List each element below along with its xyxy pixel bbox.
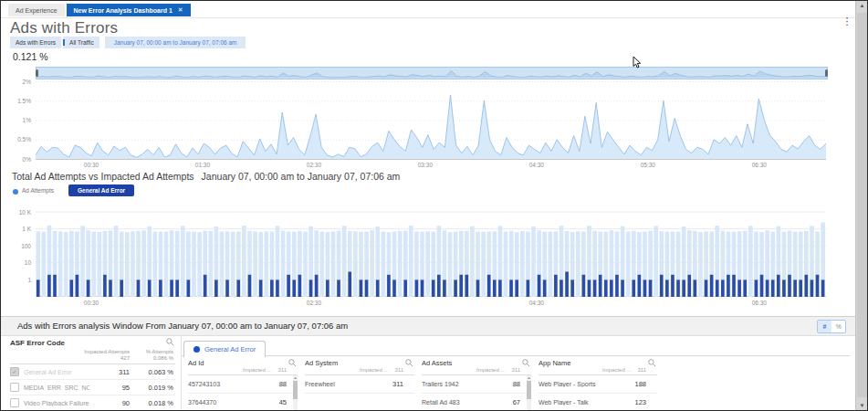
- cell-label: 37644370: [188, 399, 279, 406]
- asf-error-row[interactable]: ✓General Ad Error3110.063 %: [10, 364, 175, 380]
- error-code-label: Video Playback Failure: [24, 400, 89, 406]
- cell-value: 123: [634, 398, 646, 406]
- table-row[interactable]: Retail Ad 48367: [422, 394, 531, 411]
- area-xtick-label: 05:30: [637, 162, 659, 168]
- brush-minichart: [37, 68, 827, 79]
- asf-error-code-panel: ASF Error Code Impacted Attempts % Attem…: [10, 337, 175, 411]
- error-code-label: General Ad Error: [24, 369, 89, 375]
- impacted-header: Impacted …: [476, 367, 506, 373]
- impacted-value: 90: [89, 399, 130, 407]
- column-header: Ad System: [305, 359, 414, 367]
- cell-value: 88: [513, 380, 520, 388]
- section-title-main: Total Ad Attempts vs Impacted Ad Attempt…: [12, 171, 194, 182]
- pct-attempts-total: 0.086 %: [130, 355, 175, 362]
- row-checkbox[interactable]: [10, 383, 19, 392]
- impacted-total: 311: [511, 367, 520, 373]
- column-ad-assets: Ad AssetsImpacted …311Trailers 194288Ret…: [422, 359, 531, 411]
- cell-label: Trailers 1942: [422, 381, 513, 387]
- asf-error-row[interactable]: MEDIA_ERR_SRC_NOT_SUP...950.019 %: [10, 380, 175, 395]
- error-code-label: MEDIA_ERR_SRC_NOT_SUP...: [24, 385, 89, 391]
- tab-dashboard[interactable]: New Error Analysis Dashboard 1 ✕: [67, 4, 191, 16]
- bar-ytick-label: 1: [4, 277, 31, 283]
- area-ytick-label: 0%: [4, 156, 31, 163]
- asf-error-row[interactable]: Video Playback Failure900.018 %: [10, 395, 175, 411]
- bar-ytick-label: 100: [4, 243, 31, 249]
- general-ad-error-button[interactable]: General Ad Error: [68, 184, 134, 196]
- search-icon[interactable]: [405, 359, 413, 367]
- table-row[interactable]: Web Player - Sports188: [539, 375, 657, 394]
- column-app-name: App NameImpacted …311Web Player - Sports…: [539, 359, 657, 411]
- column-row-list: Trailers 194288Retail Ad 48367: [422, 375, 531, 411]
- cell-label: Freewheel: [305, 381, 392, 387]
- percent-toggle-button[interactable]: %: [831, 321, 845, 332]
- pct-value: 0.019 %: [130, 384, 175, 392]
- column-ad-system: Ad SystemImpacted …311Freewheel311: [305, 359, 414, 411]
- tab-ad-experience[interactable]: Ad Experience: [8, 4, 65, 16]
- tabbar-divider: [1, 17, 855, 18]
- cell-value: 88: [279, 380, 287, 388]
- area-xtick-label: 03:30: [414, 162, 436, 168]
- bar-ytick-label: 10: [4, 259, 31, 266]
- time-brush[interactable]: [36, 67, 828, 79]
- search-icon[interactable]: [166, 338, 174, 346]
- table-row[interactable]: Freewheel311: [305, 375, 414, 394]
- column-ad-id: Ad IdImpacted …311457243103883764437045▲: [188, 359, 298, 411]
- error-rate-area-chart: [36, 81, 826, 160]
- asf-row-list: ✓General Ad Error3110.063 %MEDIA_ERR_SRC…: [10, 364, 175, 411]
- column-header: Ad Assets: [422, 359, 531, 367]
- column-scrollbar[interactable]: ▲: [293, 375, 298, 411]
- brush-handle-left[interactable]: [36, 69, 38, 77]
- bar-ytick-label: 1 K: [4, 226, 31, 232]
- close-icon[interactable]: ✕: [178, 6, 183, 14]
- column-subheader: Impacted …311: [539, 367, 657, 375]
- scroll-down-icon[interactable]: ▼: [856, 403, 868, 408]
- cell-label: Web Player - Sports: [539, 381, 634, 387]
- area-ytick-label: 0.5%: [4, 136, 31, 142]
- search-icon[interactable]: [648, 359, 656, 367]
- segment-filter-chip[interactable]: Ads with Errors: [10, 37, 61, 48]
- table-row[interactable]: Web Player - Talk123: [539, 394, 657, 411]
- search-icon[interactable]: [288, 359, 297, 367]
- column-subheader: Impacted …311: [305, 367, 414, 375]
- page-title: Ads with Errors: [10, 19, 118, 37]
- kebab-menu-icon[interactable]: ⋮: [842, 16, 852, 27]
- column-scrollbar[interactable]: ▲: [527, 375, 531, 411]
- page-scrollbar[interactable]: ▲ ▼: [855, 1, 868, 410]
- tab-general-ad-error[interactable]: General Ad Error: [183, 341, 266, 357]
- bar-xtick-label: 06:30: [748, 300, 770, 306]
- table-row[interactable]: Trailers 194288: [422, 375, 531, 394]
- impacted-total: 311: [394, 367, 403, 373]
- count-toggle-button[interactable]: #: [818, 321, 831, 332]
- search-icon[interactable]: [522, 359, 530, 367]
- impacted-total: 311: [637, 367, 646, 373]
- bar-xtick-label: 02:30: [303, 300, 325, 306]
- area-ytick-label: 1%: [4, 117, 31, 123]
- row-checkbox[interactable]: [10, 398, 19, 407]
- scrollbar-thumb[interactable]: [857, 13, 867, 397]
- section-title: Total Ad Attempts vs Impacted Ad Attempt…: [12, 171, 400, 182]
- impacted-value: 95: [89, 384, 130, 392]
- area-xtick-label: 00:30: [80, 162, 102, 168]
- cell-value: 311: [392, 380, 403, 388]
- column-header: Ad Id: [188, 359, 298, 367]
- area-xtick-label: 06:30: [748, 162, 770, 168]
- brush-handle-right[interactable]: [825, 69, 828, 77]
- area-xtick-label: 02:30: [303, 162, 325, 168]
- table-row[interactable]: 45724310388: [188, 375, 298, 394]
- column-title: Ad Id: [188, 359, 204, 367]
- date-range-chip[interactable]: January 07, 00:00 am to January 07, 07:0…: [105, 37, 246, 48]
- column-subheader: Impacted …311: [188, 367, 298, 375]
- bar-xtick-label: 04:30: [526, 300, 548, 306]
- table-row[interactable]: 3764437045: [188, 394, 298, 411]
- row-checkbox[interactable]: ✓: [10, 367, 19, 376]
- scroll-up-icon[interactable]: ▲: [856, 3, 868, 8]
- traffic-filter-label: All Traffic: [69, 39, 94, 46]
- pct-value: 0.018 %: [130, 399, 175, 407]
- area-xtick-label: 04:30: [526, 162, 548, 168]
- column-row-list: 457243103883764437045: [188, 375, 298, 411]
- analysis-panel-title: Ads with Errors analysis Window From Jan…: [17, 317, 348, 335]
- traffic-filter-chip[interactable]: All Traffic: [63, 37, 99, 48]
- analysis-panel-header: Ads with Errors analysis Window From Jan…: [1, 316, 855, 336]
- tab-general-ad-error-label: General Ad Error: [204, 345, 256, 353]
- impacted-header: Impacted …: [360, 367, 389, 373]
